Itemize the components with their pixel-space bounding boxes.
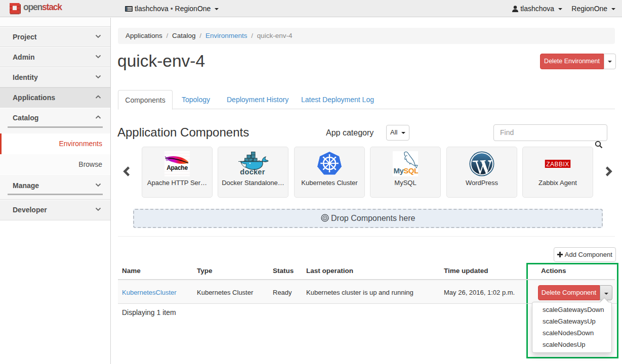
svg-text:Apache: Apache xyxy=(167,164,188,171)
svg-text:docker: docker xyxy=(240,168,265,176)
svg-text:ZABBIX: ZABBIX xyxy=(546,161,569,168)
svg-text:MySQL.: MySQL. xyxy=(394,166,419,175)
